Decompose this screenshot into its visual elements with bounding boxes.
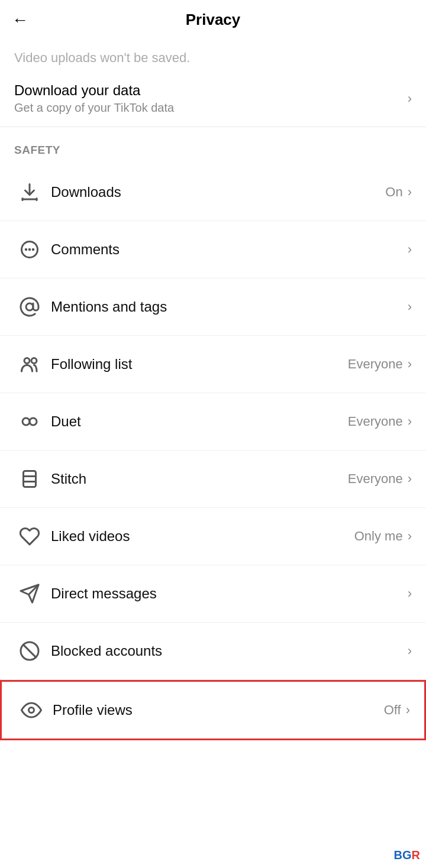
menu-value-downloads: On	[385, 184, 402, 200]
menu-item-comments[interactable]: Comments ›	[0, 221, 426, 278]
duet-icon	[14, 406, 45, 437]
messages-icon	[14, 578, 45, 609]
comments-icon	[14, 234, 45, 265]
eye-icon	[16, 695, 47, 726]
at-icon	[14, 292, 45, 322]
svg-rect-13	[24, 471, 36, 487]
svg-point-12	[30, 418, 37, 425]
chevron-right-icon-direct-messages: ›	[408, 586, 412, 601]
chevron-right-icon: ›	[408, 91, 412, 106]
menu-value-following-list: Everyone	[348, 357, 403, 372]
download-icon	[14, 177, 45, 208]
menu-label-liked-videos: Liked videos	[51, 528, 354, 545]
partial-upload-text: Video uploads won't be saved.	[0, 40, 426, 70]
menu-label-profile-views: Profile views	[53, 702, 384, 718]
svg-point-5	[25, 248, 28, 251]
menu-label-stitch: Stitch	[51, 471, 348, 487]
svg-point-11	[22, 418, 30, 425]
chevron-right-icon-stitch: ›	[408, 471, 412, 487]
svg-point-20	[29, 708, 34, 713]
bgr-text-red: R	[412, 848, 420, 861]
menu-item-mentions-tags[interactable]: Mentions and tags ›	[0, 278, 426, 336]
chevron-right-icon-mentions-tags: ›	[408, 299, 412, 315]
svg-point-6	[28, 248, 31, 251]
chevron-right-icon-comments: ›	[408, 242, 412, 257]
menu-label-direct-messages: Direct messages	[51, 585, 408, 602]
svg-point-8	[26, 303, 33, 310]
svg-point-9	[24, 358, 30, 364]
safety-menu: Downloads On › Comments › Mentions and t…	[0, 164, 426, 740]
menu-item-blocked-accounts[interactable]: Blocked accounts ›	[0, 623, 426, 680]
download-data-row[interactable]: Download your data Get a copy of your Ti…	[0, 70, 426, 127]
bgr-watermark: BGR	[394, 848, 420, 862]
download-data-subtitle: Get a copy of your TikTok data	[14, 101, 174, 115]
chevron-right-icon-following-list: ›	[408, 357, 412, 372]
menu-label-downloads: Downloads	[51, 184, 385, 200]
menu-item-downloads[interactable]: Downloads On ›	[0, 164, 426, 221]
heart-icon	[14, 521, 45, 552]
menu-label-following-list: Following list	[51, 356, 348, 373]
menu-label-blocked-accounts: Blocked accounts	[51, 643, 408, 659]
menu-label-duet: Duet	[51, 413, 348, 430]
menu-value-duet: Everyone	[348, 414, 403, 429]
stitch-icon	[14, 464, 45, 494]
page-title: Privacy	[186, 11, 241, 29]
svg-point-7	[32, 248, 35, 251]
following-icon	[14, 349, 45, 380]
menu-value-profile-views: Off	[384, 702, 401, 718]
chevron-right-icon-blocked-accounts: ›	[408, 643, 412, 659]
chevron-right-icon-downloads: ›	[408, 184, 412, 200]
chevron-right-icon-duet: ›	[408, 414, 412, 429]
menu-label-mentions-tags: Mentions and tags	[51, 299, 408, 315]
menu-value-stitch: Everyone	[348, 471, 403, 487]
menu-item-profile-views[interactable]: Profile views Off ›	[0, 680, 426, 740]
bgr-text-blue: BG	[394, 848, 412, 861]
header: ← Privacy	[0, 0, 426, 40]
chevron-right-icon-liked-videos: ›	[408, 529, 412, 544]
menu-item-liked-videos[interactable]: Liked videos Only me ›	[0, 508, 426, 565]
chevron-right-icon-profile-views: ›	[406, 702, 410, 718]
blocked-icon	[14, 636, 45, 666]
menu-item-following-list[interactable]: Following list Everyone ›	[0, 336, 426, 393]
back-button[interactable]: ←	[12, 12, 28, 28]
svg-line-19	[23, 644, 36, 657]
menu-item-direct-messages[interactable]: Direct messages ›	[0, 565, 426, 623]
svg-point-10	[31, 358, 37, 364]
menu-item-stitch[interactable]: Stitch Everyone ›	[0, 451, 426, 508]
download-data-title: Download your data	[14, 82, 174, 99]
menu-value-liked-videos: Only me	[354, 529, 403, 544]
menu-label-comments: Comments	[51, 241, 408, 258]
menu-item-duet[interactable]: Duet Everyone ›	[0, 393, 426, 451]
safety-section-header: SAFETY	[0, 127, 426, 164]
